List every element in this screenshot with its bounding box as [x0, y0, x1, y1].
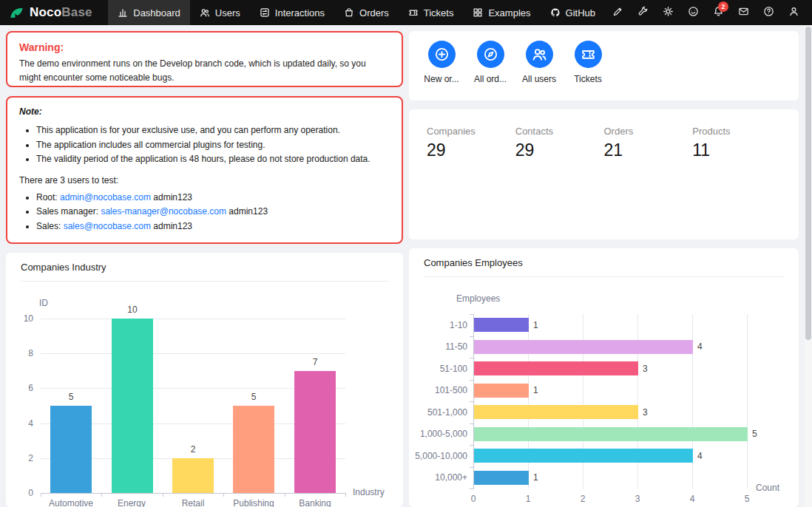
interaction-icon — [260, 7, 270, 18]
user-button[interactable] — [781, 0, 806, 25]
email-link[interactable]: admin@nocobase.com — [60, 192, 151, 203]
quick-actions-card: New or...All ord...All usersTickets — [409, 31, 799, 101]
main-nav: DashboardUsersInteractionsOrdersTicketsE… — [108, 0, 605, 25]
quick-action-all-users[interactable]: All users — [515, 41, 563, 84]
quick-action-all-ord[interactable]: All ord... — [467, 41, 514, 84]
x-axis-line — [41, 493, 346, 494]
email-link[interactable]: sales@nocobase.com — [64, 221, 151, 231]
bar-retail — [172, 458, 214, 493]
axis-tick — [163, 493, 163, 497]
gear-button[interactable] — [655, 0, 680, 25]
axis-tick — [470, 358, 473, 358]
axis-tick — [470, 314, 473, 315]
email-link[interactable]: sales-manager@nocobase.com — [101, 206, 226, 217]
question-icon — [763, 6, 774, 20]
stat-value: 11 — [692, 140, 781, 160]
test-user-password: admin123 — [153, 221, 192, 231]
test-user-item: Sales: sales@nocobase.com admin123 — [36, 220, 390, 232]
quick-action-label: All users — [522, 74, 556, 84]
right-column: New or...All ord...All usersTickets Comp… — [409, 31, 799, 507]
stat-companies: Companies29 — [427, 126, 515, 160]
scrollbar-thumb[interactable] — [805, 27, 811, 340]
nav-item-dashboard[interactable]: Dashboard — [108, 0, 190, 25]
axis-tick — [223, 493, 224, 497]
bar-publishing — [233, 406, 274, 493]
companies-employees-chart: Employees0123451-10111-50451-1003101-500… — [409, 277, 799, 506]
companies-employees-card: Companies Employees Employees0123451-101… — [409, 248, 799, 507]
quick-action-tickets[interactable]: Tickets — [564, 41, 612, 84]
stat-value: 29 — [427, 140, 515, 160]
y-category-label: 10,000+ — [409, 472, 467, 483]
axis-tick — [470, 467, 473, 468]
y-category-label: 501-1,000 — [409, 407, 467, 418]
quick-action-new-or[interactable]: New or... — [418, 41, 465, 84]
quick-action-label: All ord... — [474, 74, 507, 84]
axis-tick — [345, 493, 346, 497]
appstore-icon — [473, 7, 483, 18]
companies-industry-card: Companies Industry ID02468105Automotive1… — [6, 253, 403, 507]
y-tick-label: 0 — [10, 488, 33, 498]
nav-item-interactions[interactable]: Interactions — [250, 0, 334, 25]
companies-industry-chart: ID02468105Automotive10Energy2Retail5Publ… — [6, 282, 403, 507]
bar-value-label: 7 — [287, 357, 343, 367]
quick-action-label: New or... — [424, 74, 459, 84]
stat-value: 29 — [515, 140, 604, 160]
bar-value-label: 4 — [697, 451, 703, 461]
bar-501-1-000 — [474, 405, 638, 419]
top-navbar: NocoBase DashboardUsersInteractionsOrder… — [0, 0, 812, 25]
nav-item-github[interactable]: GitHub — [541, 0, 605, 25]
tool-icon — [637, 6, 649, 20]
tool-button[interactable] — [630, 0, 655, 25]
pen-button[interactable] — [605, 0, 630, 25]
bar-banking — [294, 371, 336, 493]
gridline — [41, 319, 345, 319]
nav-item-tickets[interactable]: Tickets — [399, 0, 464, 25]
x-tick-label: 3 — [626, 494, 649, 504]
x-axis-name: Industry — [353, 487, 385, 497]
bar-chart-icon — [118, 7, 128, 18]
bar-value-label: 1 — [533, 385, 538, 395]
question-button[interactable] — [756, 0, 781, 25]
gridline — [41, 353, 345, 354]
bell-button[interactable]: 2 — [706, 0, 731, 25]
smile-icon — [688, 6, 699, 20]
x-tick-label: 2 — [572, 494, 594, 504]
nocobase-logo[interactable]: NocoBase — [0, 0, 108, 25]
warning-body: The demo environment runs on the Develop… — [19, 57, 390, 84]
nav-item-label: Interactions — [275, 7, 325, 18]
page-scrollbar[interactable] — [805, 25, 812, 507]
axis-tick — [470, 336, 473, 337]
axis-tick — [101, 493, 102, 497]
test-users-list: Root: admin@nocobase.com admin123Sales m… — [19, 191, 390, 233]
nav-item-label: Tickets — [424, 7, 454, 18]
y-category-label: 5,000-10,000 — [409, 451, 467, 461]
mail-icon — [738, 6, 749, 20]
nav-item-users[interactable]: Users — [190, 0, 250, 25]
gridline — [747, 314, 748, 489]
bar-11-50 — [474, 340, 693, 354]
bar-value-label: 3 — [643, 364, 648, 374]
ticket-icon — [575, 41, 602, 68]
nav-item-examples[interactable]: Examples — [463, 0, 540, 25]
chart-header: Companies Industry — [21, 253, 388, 282]
bar-value-label: 1 — [533, 472, 538, 483]
bar-value-label: 10 — [104, 304, 160, 315]
bar-1-10 — [474, 318, 529, 332]
user-icon — [788, 6, 799, 20]
nav-item-orders[interactable]: Orders — [334, 0, 399, 25]
note-title: Note: — [19, 106, 390, 117]
test-user-password: admin123 — [153, 192, 192, 203]
shopping-icon — [344, 7, 354, 18]
warning-card: Warning: The demo environment runs on th… — [6, 31, 403, 87]
smile-button[interactable] — [680, 0, 706, 25]
bar-energy — [112, 319, 153, 493]
x-category-label: Automotive — [41, 498, 101, 507]
stat-products: Products11 — [692, 126, 781, 160]
note-bullet: This application is for your exclusive u… — [36, 124, 390, 136]
axis-tick — [470, 423, 473, 424]
mail-button[interactable] — [731, 0, 756, 25]
bar-value-label: 4 — [697, 341, 703, 352]
bar-51-100 — [474, 361, 638, 375]
test-users-intro: There are 3 users to test: — [19, 175, 390, 186]
nav-item-label: GitHub — [566, 7, 595, 18]
